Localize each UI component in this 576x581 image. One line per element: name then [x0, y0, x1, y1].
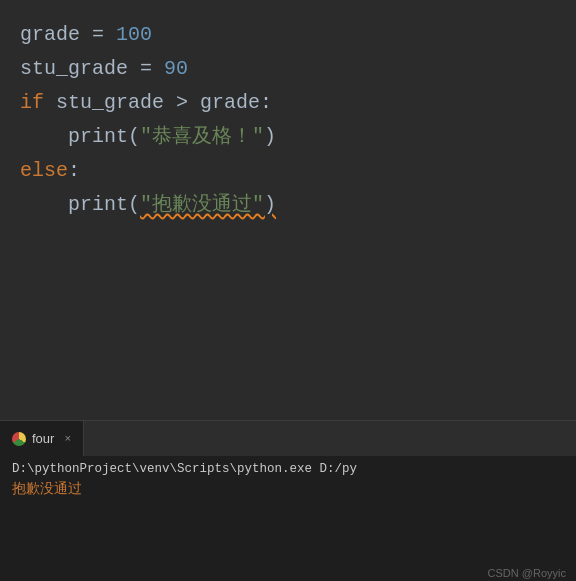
terminal-tab-icon: [12, 432, 26, 446]
code-token: :: [68, 154, 80, 188]
code-line-6: print ( "抱歉没通过" ): [20, 188, 556, 222]
code-token: 100: [116, 18, 152, 52]
code-token: (: [128, 120, 140, 154]
terminal-panel: four × D:\pythonProject\venv\Scripts\pyt…: [0, 420, 576, 581]
terminal-tab-label: four: [32, 431, 54, 446]
csdn-watermark: CSDN @Royyic: [488, 567, 566, 579]
terminal-command: D:\pythonProject\venv\Scripts\python.exe…: [12, 462, 564, 476]
terminal-tab-close[interactable]: ×: [64, 433, 71, 445]
code-token: =: [128, 52, 164, 86]
terminal-tab[interactable]: four ×: [0, 421, 84, 456]
terminal-footer: CSDN @Royyic: [0, 565, 576, 581]
terminal-content: D:\pythonProject\venv\Scripts\python.exe…: [0, 456, 576, 565]
code-line-4: print ( "恭喜及格！" ): [20, 120, 556, 154]
code-line-1: grade = 100: [20, 18, 556, 52]
code-token-keyword: if: [20, 86, 44, 120]
code-string: "恭喜及格！": [140, 120, 264, 154]
terminal-tab-bar: four ×: [0, 420, 576, 456]
code-token: 90: [164, 52, 188, 86]
code-token: stu_grade > grade:: [44, 86, 272, 120]
code-token: (: [128, 188, 140, 222]
code-string-squiggly: "抱歉没通过": [140, 188, 264, 222]
code-token: ): [264, 188, 276, 222]
terminal-output: 抱歉没通过: [12, 480, 564, 498]
code-token: =: [80, 18, 116, 52]
code-token: grade: [20, 18, 80, 52]
code-line-2: stu_grade = 90: [20, 52, 556, 86]
code-token: print: [68, 120, 128, 154]
code-line-3: if stu_grade > grade:: [20, 86, 556, 120]
code-line-5: else :: [20, 154, 556, 188]
code-token: print: [68, 188, 128, 222]
code-token: ): [264, 120, 276, 154]
code-editor: grade = 100 stu_grade = 90 if stu_grade …: [0, 0, 576, 420]
code-token: stu_grade: [20, 52, 128, 86]
code-indent: [20, 120, 68, 154]
code-indent: [20, 188, 68, 222]
code-token-keyword: else: [20, 154, 68, 188]
